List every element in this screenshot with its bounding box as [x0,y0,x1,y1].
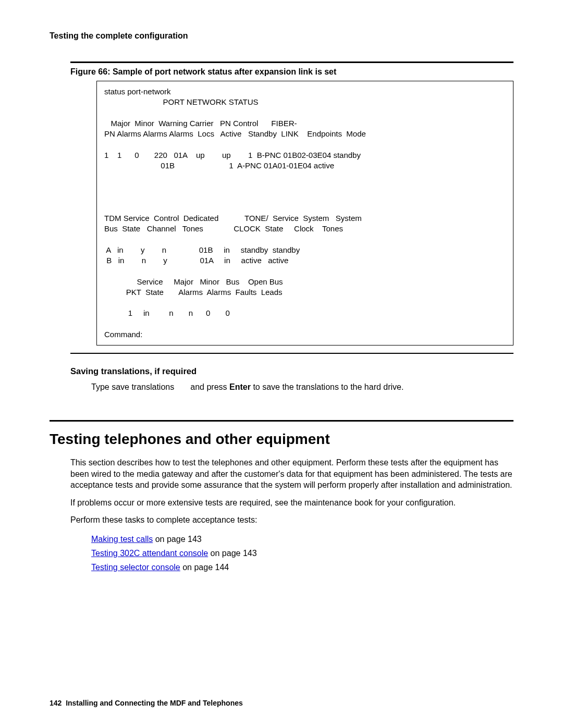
link-suffix: on page 144 [180,563,229,572]
instruction-mid: and press [188,382,229,391]
instruction-prefix: Type [91,382,112,391]
section-rule [50,420,513,422]
terminal-output-box: status port-network PORT NETWORK STATUS … [96,81,513,346]
link-suffix: on page 143 [208,549,256,558]
list-item: Testing 302C attendant console on page 1… [91,546,513,560]
figure-top-rule [70,61,513,63]
figure-caption: Figure 66: Sample of port network status… [70,67,513,77]
figure-bottom-rule [70,353,513,354]
page-footer: 142 Installing and Connecting the MDF an… [50,699,243,707]
instruction-enter-key: Enter [229,382,251,391]
link-testing-selector-console[interactable]: Testing selector console [91,563,180,572]
page-number: 142 [50,699,62,707]
link-testing-302c-attendant-console[interactable]: Testing 302C attendant console [91,549,208,558]
intro-paragraph-3: Perform these tasks to complete acceptan… [70,514,513,526]
running-header: Testing the complete configuration [50,31,513,41]
list-item: Testing selector console on page 144 [91,560,513,574]
task-list: Making test calls on page 143 Testing 30… [91,532,513,575]
link-suffix: on page 143 [153,535,201,544]
saving-translations-heading: Saving translations, if required [70,366,513,376]
list-item: Making test calls on page 143 [91,532,513,546]
instruction-suffix: to save the translations to the hard dri… [251,382,404,391]
link-making-test-calls[interactable]: Making test calls [91,535,153,544]
intro-paragraph-2: If problems occur or more extensive test… [70,497,513,509]
intro-paragraph-1: This section describes how to test the t… [70,457,513,491]
footer-title: Installing and Connecting the MDF and Te… [66,699,243,707]
section-heading: Testing telephones and other equipment [50,431,513,448]
instruction-command: save translations [112,382,174,392]
saving-instruction: Type save translations and press Enter t… [91,382,513,392]
